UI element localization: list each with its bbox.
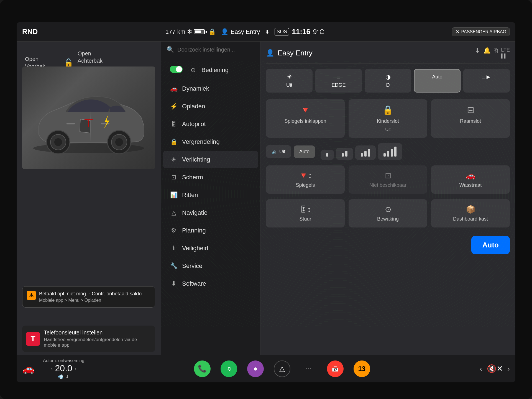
spiegels-label: Spiegels inklappen [284, 118, 326, 124]
temp-value: 20.0 [55, 363, 72, 374]
notification-banner: ⚠ Betaald opl. niet mog. - Contr. onbeta… [22, 286, 155, 308]
svg-rect-8 [101, 123, 109, 124]
dynamiek-label: Dynamiek [182, 85, 209, 92]
btn-edge[interactable]: ≡ EDGE [315, 69, 362, 93]
panel-icons-row: ⬇ 🔔 ⎗ LTE▌▌ [475, 47, 510, 59]
menu-item-verlichting[interactable]: ☀ Verlichting [163, 151, 258, 168]
card-raamslot[interactable]: ⊟ Raamslot [431, 99, 510, 138]
card-dashboard-kast[interactable]: 📦 Dashboard kast [431, 199, 510, 227]
warning-icon: ⚠ [27, 291, 36, 300]
btn-auto[interactable]: Auto [414, 69, 461, 93]
menu-item-autopilot[interactable]: 🎛 Autopilot [163, 116, 258, 133]
intensity-btn-3[interactable] [355, 145, 376, 160]
label-achterbak[interactable]: Open Achterbak [78, 50, 103, 64]
card-niet-beschikbaar: ⊡ Niet beschikbaar [349, 165, 427, 194]
bottom-controls-row: 🎛↕ Stuur ⊙ Bewaking 📦 Dashboard kast [266, 199, 510, 227]
d-icon: ◑ [385, 73, 391, 81]
panel-user-icon: 👤 [266, 49, 274, 57]
taskbar-app-phone[interactable]: 📞 [194, 360, 211, 377]
signal-icon-panel[interactable]: LTE▌▌ [501, 47, 510, 59]
status-right: ✕ PASSENGER AIRBAG [452, 27, 510, 36]
edge-label: EDGE [331, 82, 346, 88]
menu-item-software[interactable]: ⬇ Software [163, 275, 258, 292]
volume-mute-icon[interactable]: 🔇✕ [487, 364, 503, 373]
menu-item-ritten[interactable]: 📊 Ritten [163, 186, 258, 204]
intensity-btn-auto[interactable]: Auto [294, 145, 315, 158]
status-left: RND [22, 27, 38, 36]
intensity-btn-1[interactable] [321, 150, 334, 160]
toggle-bediening[interactable] [170, 66, 183, 75]
intensity-btn-2[interactable] [336, 148, 353, 160]
menu-item-dynamiek[interactable]: 🚗 Dynamiek [163, 80, 258, 97]
taskbar-app-spotify[interactable]: ♫ [221, 360, 237, 377]
planning-icon: ⚙ [170, 227, 178, 234]
btn-d[interactable]: ◑ D [365, 69, 411, 93]
temp-arrow-right[interactable]: › [75, 365, 76, 372]
menu-item-opladen[interactable]: ⚡ Opladen [163, 98, 258, 115]
card-spiegels2[interactable]: 🔻↕ Spiegels [266, 165, 345, 194]
verlichting-icon: ☀ [170, 156, 178, 163]
notification-title: Betaald opl. niet mog. - Contr. onbetaal… [39, 291, 142, 297]
auto-button[interactable]: Auto [471, 236, 510, 254]
menu-item-bediening[interactable]: ⊙ Bediening [163, 61, 258, 80]
dashboard-kast-icon: 📦 [466, 205, 475, 214]
menu-item-navigatie[interactable]: △ Navigatie [163, 204, 258, 221]
card-kinderslot[interactable]: 🔒 Kinderslot Uit [349, 99, 427, 138]
phone-key-section[interactable]: T Telefoonsleutel instellen Handsfree ve… [22, 326, 155, 352]
menu-item-vergrendeling[interactable]: 🔒 Vergrendeling [163, 133, 258, 150]
intensity-btn-4[interactable] [378, 143, 402, 160]
arrow-left-icon[interactable]: ‹ [480, 364, 482, 373]
menu-item-service[interactable]: 🔧 Service [163, 257, 258, 275]
card-stuur[interactable]: 🎛↕ Stuur [266, 199, 345, 227]
card-spiegels[interactable]: 🔻 Spiegels inklappen [266, 99, 345, 138]
airbag-x-icon: ✕ [456, 29, 460, 35]
taskbar-app-camera[interactable]: ● [247, 360, 264, 377]
phone-key-title: Telefoonsleutel instellen [44, 329, 151, 336]
menu-item-planning[interactable]: ⚙ Planning [163, 222, 258, 239]
climate-temp-row: ‹ 20.0 › [51, 363, 76, 374]
veiligheid-label: Veiligheid [182, 245, 208, 252]
settings-content-panel: 👤 Easy Entry ⬇ 🔔 ⎗ LTE▌▌ ☀ Uit ≡ [260, 42, 515, 355]
taskbar-right: ‹ 🔇✕ › [480, 364, 510, 373]
taskbar-app-cal1[interactable]: 📅 [327, 360, 344, 377]
stuur-icon: 🎛↕ [300, 205, 311, 214]
status-center: 177 km ❄ 🔒 👤 Easy Entry ⬇ SOS 11:16 9°C [165, 27, 324, 36]
kinderslot-label: Kinderslot [377, 118, 399, 124]
search-input[interactable] [177, 47, 255, 53]
arrow-right-icon[interactable]: › [507, 364, 510, 373]
taskbar-app-nav[interactable]: △ [274, 360, 290, 377]
bell-icon-panel[interactable]: 🔔 [483, 47, 491, 59]
taskbar-car-icon[interactable]: 🚗 [22, 363, 35, 375]
menu-item-scherm[interactable]: ⊡ Scherm [163, 169, 258, 186]
mirror-controls-row: 🔻↕ Spiegels ⊡ Niet beschikbaar 🚗 Wasstra… [266, 165, 510, 194]
autopilot-label: Autopilot [182, 121, 206, 128]
niet-beschikbaar-label: Niet beschikbaar [369, 182, 406, 188]
spiegels2-label: Spiegels [296, 182, 315, 188]
taskbar-center: 📞 ♫ ● △ ··· 📅 13 [194, 360, 370, 377]
temp-arrow-left[interactable]: ‹ [51, 365, 53, 372]
gear-indicator: RND [22, 27, 38, 36]
ritten-icon: 📊 [170, 191, 178, 199]
lock-icon-car: 🔓 [64, 58, 73, 67]
taskbar-app-more[interactable]: ··· [300, 360, 317, 377]
menu-item-veiligheid[interactable]: ℹ Veiligheid [163, 240, 258, 257]
bediening-icon: ⊙ [189, 66, 197, 74]
opladen-icon: ⚡ [170, 103, 178, 110]
intensity-auto-label: Auto [299, 149, 310, 155]
verlichting-label: Verlichting [182, 156, 210, 163]
download-icon-panel[interactable]: ⬇ [475, 47, 480, 59]
btn-beam[interactable]: ≡► [463, 69, 510, 93]
card-bewaking[interactable]: ⊙ Bewaking [349, 199, 427, 227]
taskbar-app-cal2[interactable]: 13 [354, 360, 370, 377]
svg-rect-9 [66, 123, 75, 124]
intensity-bars-3 [361, 149, 370, 157]
btn-uit[interactable]: ☀ Uit [266, 69, 313, 93]
dynamiek-icon: 🚗 [170, 85, 178, 92]
battery-icon [194, 29, 207, 34]
profile-label: Easy Entry [231, 28, 260, 35]
intensity-btn-uit[interactable]: 🔈 Uit [266, 145, 291, 158]
spiegels-icon: 🔻 [300, 105, 311, 115]
menu-list: ⊙ Bediening 🚗 Dynamiek ⚡ Opladen 🎛 Autop… [161, 58, 260, 355]
bluetooth-icon-panel[interactable]: ⎗ [494, 47, 498, 59]
card-wasstraat[interactable]: 🚗 Wasstraat [431, 165, 510, 194]
